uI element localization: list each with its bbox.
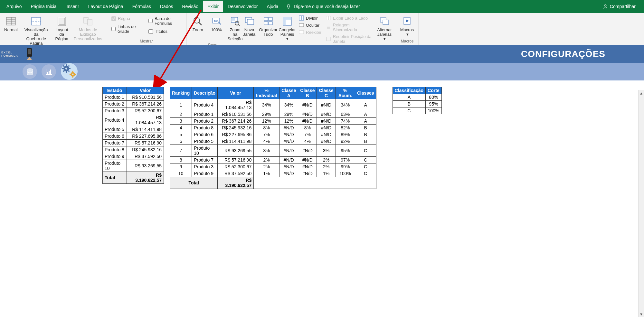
chk-formula-bar[interactable]: Barra de Fórmulas [148,16,181,26]
table-row[interactable]: 7Produto 10R$ 93.269,553%#N/D#N/D3%95%C [170,145,376,157]
table-row[interactable]: C100% [393,107,441,114]
svg-rect-54 [66,64,67,66]
svg-rect-67 [75,74,76,75]
zoom-100-icon: 100 [211,15,222,27]
table-row[interactable]: Produto 1R$ 910.531,56 [103,94,164,101]
zoom-button[interactable]: Zoom [189,14,207,33]
chk-gridlines[interactable]: Linhas de Grade [111,24,141,34]
th-estado: Estado [103,87,127,94]
app-logo: EXCEL FÓRMULA [0,45,32,63]
worksheet-area[interactable]: EXCEL FÓRMULA CONFIGURAÇÕES Estado Valor [0,45,644,317]
scroll-up-button[interactable]: ▴ [639,90,644,96]
tab-revisao[interactable]: Revisão [177,1,203,12]
share-button[interactable]: Compartilhar [603,4,636,9]
view-page-layout-button[interactable]: Layout da Página [52,14,71,42]
tab-dados[interactable]: Dados [156,1,177,12]
svg-rect-51 [50,70,51,75]
tab-formulas[interactable]: Fórmulas [128,1,156,12]
switch-windows-button[interactable]: Alternar Janelas ▾ [375,14,394,42]
svg-rect-64 [72,71,73,72]
ribbon-tabs: Arquivo Página Inicial Inserir Layout da… [0,0,644,13]
side-by-side-button[interactable]: Exibir Lado a Lado [324,15,374,21]
table-row[interactable]: 10Produto 9R$ 37.592,501%#N/D#N/D1%100%C [170,170,376,177]
table-row[interactable]: 3Produto 2R$ 367.214,2612%12%#N/D#N/D74%… [170,118,376,125]
table-classificacao[interactable]: Classificação Corte A80%B95%C100% [393,87,442,114]
table-row[interactable]: 4Produto 8R$ 245.932,168%#N/D8%#N/D82%B [170,125,376,131]
split-button[interactable]: Dividir [297,15,323,21]
vertical-scrollbar[interactable]: ▴ ▾ [638,90,644,317]
svg-rect-25 [247,19,254,24]
svg-rect-1 [288,7,289,8]
table-row[interactable]: Produto 5R$ 114.411,98 [103,126,164,133]
nav-chart-button[interactable] [42,64,56,79]
svg-point-68 [72,74,74,75]
svg-rect-37 [299,31,304,34]
unhide-button[interactable]: Reexibir [297,29,323,35]
table-estado-valor[interactable]: Estado Valor Produto 1R$ 910.531,56Produ… [102,87,164,184]
arrange-all-button[interactable]: Organizar Tudo [259,14,278,37]
tab-exibir[interactable]: Exibir [203,1,223,12]
svg-rect-49 [47,72,48,75]
table-row[interactable]: 5Produto 6R$ 227.695,867%#N/D7%#N/D89%B [170,131,376,138]
table-row[interactable]: Produto 9R$ 37.592,50 [103,153,164,160]
tab-pagina-inicial[interactable]: Página Inicial [26,1,62,12]
table-row[interactable]: 6Produto 5R$ 114.411,984%#N/D4%#N/D92%B [170,138,376,145]
table-row[interactable]: 1Produto 4R$ 1.084.457,1334%34%#N/D#N/D3… [170,99,376,111]
zoom-icon [192,15,204,27]
svg-rect-38 [326,16,328,20]
svg-rect-50 [49,71,50,75]
caret-down-icon: ▾ [384,36,386,41]
table-row[interactable]: Produto 7R$ 57.216,90 [103,140,164,146]
view-page-break-button[interactable]: Visualização da Quebra de Página [21,14,52,46]
macros-button[interactable]: Macros▾ [398,14,416,37]
scroll-down-button[interactable]: ▾ [639,311,644,317]
table-row[interactable]: 9Produto 3R$ 52.300,672%#N/D#N/D2%99%C [170,163,376,170]
freeze-panes-button[interactable]: Congelar Painéis ▾ [278,14,296,42]
reset-pos-button[interactable]: Redefinir Posição da Janela [324,33,374,44]
share-label: Compartilhar [610,4,636,9]
svg-rect-65 [72,76,73,78]
new-window-icon [243,15,255,27]
th-valor: Valor [127,87,164,94]
group-label-mostrar: Mostrar [108,38,185,45]
view-custom-button[interactable]: Modos de Exibição Personalizados [72,14,104,42]
table-row[interactable]: 2Produto 1R$ 910.531,5629%29%#N/D#N/D63%… [170,111,376,118]
nav-database-button[interactable] [23,64,37,79]
hide-button[interactable]: Ocultar [297,22,323,28]
table-row[interactable]: Produto 2R$ 367.214,26 [103,101,164,107]
view-normal-button[interactable]: Normal [2,14,20,33]
new-window-button[interactable]: Nova Janela [240,14,258,37]
banner-title: EXCEL FÓRMULA CONFIGURAÇÕES [0,45,644,63]
sync-scroll-button[interactable]: Rolagem Sincronizada [324,22,374,33]
table-row[interactable]: Produto 4R$ 1.084.457,13 [103,114,164,126]
tab-inserir[interactable]: Inserir [62,1,84,12]
page-break-icon [30,15,42,27]
table-row[interactable]: Produto 6R$ 227.695,86 [103,133,164,140]
tab-ajuda[interactable]: Ajuda [262,1,283,12]
nav-settings-button[interactable] [61,63,78,80]
table-ranking[interactable]: Ranking Descrição Valor % Individual Cla… [170,87,376,189]
svg-point-2 [604,5,606,6]
macros-icon [401,15,413,27]
tab-desenvolvedor[interactable]: Desenvolvedor [223,1,262,12]
table-row[interactable]: B95% [393,101,441,107]
table-row[interactable]: 8Produto 7R$ 57.216,902%#N/D#N/D2%97%C [170,157,376,163]
chk-headings[interactable]: Títulos [148,29,181,34]
table-row[interactable]: Produto 10R$ 93.269,55 [103,160,164,172]
page-layout-icon [56,15,68,27]
tell-me[interactable] [286,4,377,9]
svg-point-16 [194,17,200,23]
svg-rect-32 [283,17,291,20]
chk-regua[interactable]: Régua [111,16,141,21]
svg-rect-57 [69,68,71,69]
zoom-100-button[interactable]: 100 100% [207,14,225,33]
split-icon [299,15,304,21]
table-row[interactable]: Produto 8R$ 245.932,16 [103,146,164,153]
table-row[interactable]: Produto 3R$ 52.300,67 [103,107,164,114]
tab-arquivo[interactable]: Arquivo [2,1,26,12]
svg-rect-36 [299,23,304,27]
tell-me-input[interactable] [294,4,377,9]
tab-layout[interactable]: Layout da Página [84,1,128,12]
table-row[interactable]: A80% [393,94,441,101]
svg-rect-26 [264,17,268,21]
